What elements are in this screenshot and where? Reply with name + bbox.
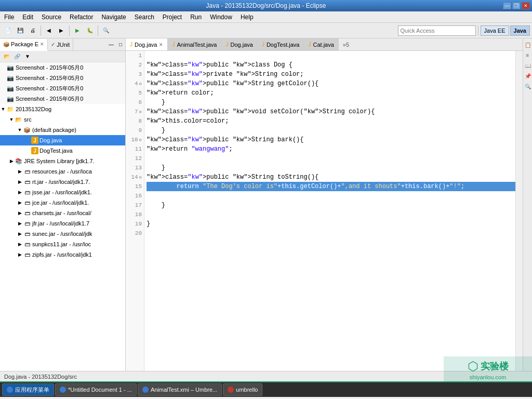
tree-item-8[interactable]: JDogTest.java (0, 145, 125, 156)
code-line-3: "kw">class="kw">private "kw">String colo… (147, 70, 515, 79)
sidebar-tab-package-label: Package E (11, 41, 38, 47)
menubar: File Edit Source Refactor Navigate Searc… (0, 11, 532, 23)
line-num-5: 5 (126, 88, 144, 98)
sidebar-collapse-all[interactable]: 📂 (2, 52, 11, 61)
editor-tab-0[interactable]: JDog.java✕ (126, 38, 168, 50)
taskbar-app-menu[interactable]: 应用程序菜单 (2, 383, 54, 396)
toolbar-prev[interactable]: ◀ (43, 25, 55, 36)
line-num-2: 2 (126, 60, 144, 70)
tree-item-15[interactable]: ▶🗃jfr.jar - /usr/local/jdk1.7 (0, 218, 125, 229)
menu-refactor[interactable]: Refactor (65, 11, 97, 22)
quick-access-area (398, 25, 476, 36)
line-num-12: 12 (126, 154, 144, 163)
toolbar-debug[interactable]: 🐛 (84, 25, 96, 36)
line-num-10: 10 (126, 135, 144, 144)
tree-item-3[interactable]: 📷Screenshot - 2015年05月0 (0, 94, 125, 104)
minimize-button[interactable]: — (503, 2, 511, 9)
menu-source[interactable]: Source (37, 11, 65, 22)
editor-tab-1[interactable]: JAnimalTest.java (168, 38, 221, 50)
menu-navigate[interactable]: Navigate (97, 11, 130, 22)
tree-item-0[interactable]: 📷Screenshot - 2015年05月0 (0, 62, 125, 73)
editor-area: JDog.java✕JAnimalTest.javaJDog.javaJDogT… (126, 38, 523, 371)
tree-item-6[interactable]: ▼📦(default package) (0, 125, 125, 135)
tree-item-1[interactable]: 📷Screenshot - 2015年05月0 (0, 73, 125, 83)
statusbar-text: Dog.java - 20135132Dog/src (4, 374, 77, 380)
tree-item-5[interactable]: ▼📂src (0, 114, 125, 125)
toolbar-search[interactable]: 🔍 (100, 25, 112, 36)
right-declaration[interactable]: 📌 (524, 72, 532, 80)
line-num-4: 4 (126, 79, 144, 88)
code-line-6: } (147, 98, 515, 107)
right-outline[interactable]: ≡ (524, 51, 532, 59)
package-tree: 📷Screenshot - 2015年05月0📷Screenshot - 201… (0, 62, 125, 371)
window-controls[interactable]: — ❐ ✕ (503, 2, 530, 9)
sidebar-minimize[interactable]: — (107, 40, 116, 49)
editor-tab-3[interactable]: JDogTest.java (258, 38, 304, 50)
code-editor[interactable]: 1234567891011121314151617181920 "kw">cla… (126, 51, 523, 371)
line-num-6: 6 (126, 98, 144, 107)
tree-item-2[interactable]: 📷Screenshot - 2015年05月0 (0, 83, 125, 94)
tree-item-10[interactable]: ▶🗃resources.jar - /usr/loca (0, 166, 125, 177)
menu-search[interactable]: Search (130, 11, 158, 22)
right-search[interactable]: 🔍 (524, 82, 532, 90)
toolbar-next[interactable]: ▶ (56, 25, 67, 36)
tab-overflow[interactable]: »5 (339, 41, 353, 49)
watermark-url: shiyanlou.com (470, 374, 506, 380)
sidebar: 📦 Package E ✕ ✓ JUnit — □ 📂 🔗 ▼ 📷Screens… (0, 38, 126, 371)
toolbar-sep-4 (478, 25, 478, 36)
tree-item-12[interactable]: ▶🗃jsse.jar - /usr/local/jdk1. (0, 187, 125, 197)
menu-edit[interactable]: Edit (18, 11, 37, 22)
taskbar-item-1[interactable]: *Untitled Document 1 - ... (55, 383, 137, 396)
editor-scrollbar[interactable] (515, 51, 523, 371)
sidebar-link-editor[interactable]: 🔗 (12, 52, 22, 61)
code-line-15: return "The Dog's color is"+this.getColo… (147, 182, 515, 191)
code-line-4: "kw">class="kw">public "kw">String getCo… (147, 79, 515, 88)
editor-tab-close-0[interactable]: ✕ (159, 42, 163, 47)
toolbar-save[interactable]: 💾 (15, 25, 26, 36)
editor-tabs: JDog.java✕JAnimalTest.javaJDog.javaJDogT… (126, 38, 523, 51)
menu-project[interactable]: Project (158, 11, 186, 22)
code-line-11: "kw">return "wangwang"; (147, 144, 515, 154)
menu-help[interactable]: Help (236, 11, 258, 22)
close-button[interactable]: ✕ (522, 2, 530, 9)
right-javadoc[interactable]: 📖 (524, 61, 532, 70)
menu-file[interactable]: File (0, 11, 18, 22)
sidebar-tab-junit[interactable]: ✓ JUnit (48, 38, 73, 50)
editor-tab-2[interactable]: JDog.java (221, 38, 257, 50)
taskbar-item-3[interactable]: umbrello (223, 383, 262, 396)
sidebar-maximize[interactable]: □ (116, 40, 125, 49)
tree-item-17[interactable]: ▶🗃sunpkcs11.jar - /usr/loc (0, 239, 125, 249)
tree-item-7[interactable]: JDog.java (0, 135, 125, 145)
tree-item-16[interactable]: ▶🗃sunec.jar - /usr/local/jdk (0, 229, 125, 239)
taskbar-item-2[interactable]: AnimalTest.xmi – Umbre... (138, 383, 222, 396)
menu-run[interactable]: Run (186, 11, 206, 22)
menu-window[interactable]: Window (206, 11, 236, 22)
tree-item-18[interactable]: ▶🗃zipfs.jar - /usr/local/jdk1 (0, 249, 125, 260)
editor-tab-4[interactable]: JCat.java (304, 38, 338, 50)
line-num-7: 7 (126, 107, 144, 116)
perspective-java[interactable]: Java (510, 25, 530, 36)
tree-item-9[interactable]: ▶📚JRE System Library [jdk1.7. (0, 156, 125, 166)
tree-item-4[interactable]: ▼📁20135132Dog (0, 104, 125, 114)
perspective-javaee[interactable]: Java EE (481, 25, 509, 36)
sidebar-tabs: 📦 Package E ✕ ✓ JUnit — □ (0, 38, 125, 51)
toolbar-print[interactable]: 🖨 (27, 25, 38, 36)
sidebar-tab-junit-label: JUnit (57, 42, 70, 48)
line-numbers: 1234567891011121314151617181920 (126, 51, 144, 371)
tree-item-14[interactable]: ▶🗃charsets.jar - /usr/local/ (0, 208, 125, 218)
line-num-15: 15 (126, 182, 144, 191)
taskbar: 应用程序菜单*Untitled Document 1 - ...AnimalTe… (0, 381, 532, 397)
toolbar-run[interactable]: ▶ (72, 25, 83, 36)
right-tasks[interactable]: 📋 (524, 41, 532, 49)
toolbar-new[interactable]: 📄 (2, 25, 14, 36)
code-content[interactable]: "kw">class="kw">public "kw">class Dog { … (144, 51, 515, 371)
tree-item-11[interactable]: ▶🗃rt.jar - /usr/local/jdk1.7. (0, 177, 125, 187)
quick-access-input[interactable] (398, 25, 476, 36)
tree-item-13[interactable]: ▶🗃jce.jar - /usr/local/jdk1. (0, 197, 125, 208)
sidebar-tab-package-close[interactable]: ✕ (40, 42, 44, 47)
line-num-16: 16 (126, 191, 144, 201)
maximize-button[interactable]: ❐ (512, 2, 521, 9)
line-num-18: 18 (126, 210, 144, 219)
sidebar-tab-package-explorer[interactable]: 📦 Package E ✕ (0, 39, 48, 51)
sidebar-view-menu[interactable]: ▼ (23, 52, 32, 61)
